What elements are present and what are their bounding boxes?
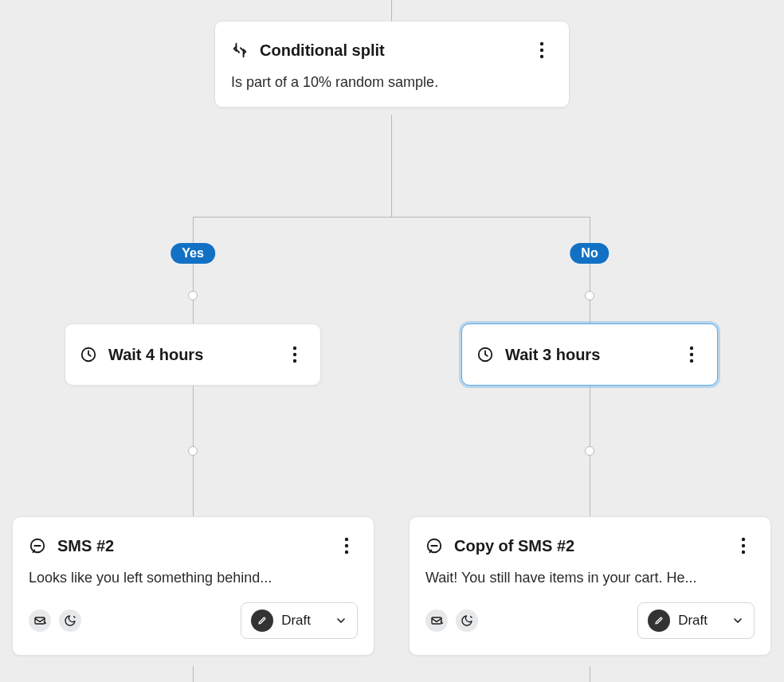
connector-no-down: [590, 217, 590, 323]
clock-icon: [80, 346, 97, 363]
add-node-dot-no-before-wait[interactable]: [585, 291, 594, 300]
add-node-dot-no-before-sms[interactable]: [585, 446, 594, 456]
svg-point-8: [690, 347, 693, 350]
connector-branch-horizontal: [193, 217, 590, 218]
connector-yes-sms-out: [193, 666, 194, 682]
smart-sending-icon[interactable]: [29, 609, 51, 632]
svg-point-19: [742, 551, 745, 554]
node-wait-no[interactable]: Wait 3 hours: [461, 323, 718, 386]
node-conditional-split[interactable]: Conditional split Is part of a 10% rando…: [214, 21, 570, 108]
conditional-split-menu-button[interactable]: [531, 36, 553, 65]
draft-status-icon: [648, 609, 670, 632]
svg-point-10: [690, 359, 693, 363]
sms-no-status-label: Draft: [678, 613, 708, 629]
svg-point-2: [540, 55, 543, 58]
add-node-dot-yes-before-wait[interactable]: [188, 291, 198, 300]
svg-rect-15: [35, 617, 45, 624]
connector-split-down: [391, 115, 392, 217]
svg-point-5: [293, 353, 296, 356]
chevron-down-icon: [335, 614, 347, 627]
sms-yes-status-select[interactable]: Draft: [241, 602, 358, 639]
node-sms-no[interactable]: Copy of SMS #2 Wait! You still have item…: [409, 516, 771, 656]
svg-point-1: [540, 49, 543, 52]
sms-icon: [29, 537, 46, 555]
svg-point-14: [345, 551, 348, 554]
wait-no-menu-button[interactable]: [680, 340, 703, 369]
connector-yes-down: [193, 217, 194, 323]
svg-rect-20: [432, 617, 441, 624]
sms-yes-title: SMS #2: [57, 537, 324, 555]
svg-point-4: [293, 347, 296, 350]
branch-pill-yes: Yes: [171, 243, 215, 264]
sms-no-status-select[interactable]: Draft: [637, 602, 755, 639]
conditional-split-title: Conditional split: [260, 41, 519, 60]
svg-point-12: [345, 538, 348, 541]
svg-point-6: [293, 359, 296, 363]
wait-yes-menu-button[interactable]: [284, 340, 306, 369]
sms-no-preview: Wait! You still have items in your cart.…: [425, 570, 755, 586]
connector-no-sms-out: [590, 666, 590, 682]
connector-top-in: [391, 0, 392, 21]
clock-icon: [476, 346, 494, 363]
conditional-split-description: Is part of a 10% random sample.: [215, 65, 569, 107]
wait-yes-title: Wait 4 hours: [108, 346, 272, 364]
wait-no-title: Wait 3 hours: [505, 346, 669, 364]
node-wait-yes[interactable]: Wait 4 hours: [65, 323, 321, 386]
smart-sending-icon[interactable]: [425, 609, 448, 632]
split-icon: [231, 41, 249, 59]
sms-no-menu-button[interactable]: [732, 531, 755, 560]
draft-status-icon: [251, 609, 273, 632]
svg-point-0: [540, 42, 543, 45]
flow-canvas[interactable]: Conditional split Is part of a 10% rando…: [0, 0, 784, 682]
svg-point-13: [345, 544, 348, 547]
quiet-hours-icon[interactable]: [59, 609, 81, 632]
chevron-down-icon: [731, 614, 744, 627]
sms-yes-menu-button[interactable]: [335, 531, 358, 560]
sms-icon: [425, 537, 443, 555]
svg-point-9: [690, 353, 693, 356]
quiet-hours-icon[interactable]: [456, 609, 478, 632]
svg-point-17: [742, 538, 745, 541]
sms-yes-preview: Looks like you left something behind...: [29, 570, 358, 586]
sms-yes-status-label: Draft: [281, 613, 311, 629]
branch-pill-no: No: [570, 243, 609, 264]
svg-point-18: [742, 544, 745, 547]
sms-no-title: Copy of SMS #2: [454, 537, 721, 555]
node-sms-yes[interactable]: SMS #2 Looks like you left something beh…: [12, 516, 374, 656]
add-node-dot-yes-before-sms[interactable]: [188, 446, 198, 456]
